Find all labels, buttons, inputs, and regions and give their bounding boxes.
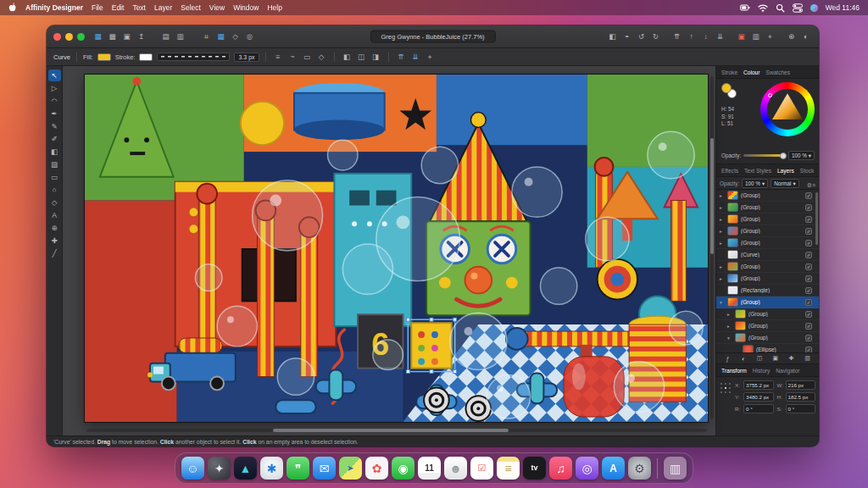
- display-mode-icon[interactable]: ◐: [799, 30, 812, 43]
- mask-icon[interactable]: ◫: [754, 354, 766, 363]
- minimize-button[interactable]: [65, 33, 73, 41]
- layer-row[interactable]: ▸ (Group) ✓: [716, 214, 819, 225]
- transform-field[interactable]: X: 3755.2 px: [735, 380, 774, 390]
- transform-field[interactable]: Y: 3480.2 px: [735, 392, 774, 402]
- canvas-area[interactable]: A: [63, 66, 715, 435]
- reminders-icon[interactable]: ☑: [470, 457, 493, 480]
- transform-field[interactable]: S: 0 °: [777, 404, 816, 413]
- layer-row[interactable]: ▸ (Group) ✓: [716, 308, 819, 320]
- layer-visibility-checkbox[interactable]: ✓: [805, 275, 812, 282]
- transparency-tool[interactable]: ▨: [48, 158, 61, 170]
- view-tool[interactable]: ✚: [48, 235, 61, 247]
- wifi-icon[interactable]: [758, 3, 768, 13]
- photos-icon[interactable]: ✿: [365, 457, 388, 480]
- adjustment-icon[interactable]: ◐: [737, 354, 750, 363]
- layers-opacity-value[interactable]: 100 %▾: [742, 179, 768, 188]
- menu-item[interactable]: View: [209, 3, 225, 12]
- rotate-ccw-icon[interactable]: ↺: [635, 30, 648, 43]
- layer-menu-icon[interactable]: ≡: [812, 182, 815, 188]
- snapping-icon[interactable]: ⌗: [200, 30, 213, 43]
- transform-field[interactable]: W: 216 px: [777, 380, 816, 390]
- window-titlebar[interactable]: ▦▩▣↥ ▤▥ ⌗▦◇◎ Greg Gwynne - BubbleJuice (…: [47, 25, 819, 48]
- document-setup-icon[interactable]: ▥: [174, 30, 186, 43]
- panel-tab[interactable]: Stock: [798, 166, 817, 175]
- move-tool[interactable]: ↖: [48, 69, 61, 81]
- battery-icon[interactable]: [740, 3, 750, 13]
- move-forward-icon[interactable]: ↑: [685, 30, 698, 43]
- calendar-icon[interactable]: 11: [418, 457, 441, 480]
- share-icon[interactable]: ↥: [135, 30, 147, 43]
- layer-row[interactable]: (Rectangle) ✓: [716, 285, 819, 297]
- transform-field-value[interactable]: 0 °: [743, 404, 774, 413]
- affinity-designer-icon[interactable]: ▲: [234, 457, 257, 480]
- layer-visibility-checkbox[interactable]: ✓: [805, 263, 812, 270]
- align-left-icon[interactable]: ◧: [341, 51, 353, 64]
- app-store-icon[interactable]: A: [602, 457, 625, 480]
- canvas-vertical-scrollbar[interactable]: [710, 76, 714, 419]
- join-style-icon[interactable]: ◇: [315, 51, 328, 64]
- layer-visibility-checkbox[interactable]: ✓: [805, 192, 812, 199]
- facetime-icon[interactable]: ◉: [392, 457, 415, 480]
- align-center-icon[interactable]: ◫: [355, 51, 368, 64]
- colour-picker-tool[interactable]: ╱: [48, 247, 61, 259]
- stroke-style-preview[interactable]: [157, 53, 230, 61]
- cap-style-icon[interactable]: ▭: [301, 51, 314, 64]
- corner-tool[interactable]: ◠: [48, 95, 61, 107]
- messages-icon[interactable]: ❞: [287, 457, 309, 480]
- control-center-icon[interactable]: [793, 3, 803, 13]
- menu-clock[interactable]: Wed 11:46: [826, 3, 860, 12]
- menu-item[interactable]: File: [92, 3, 103, 12]
- transform-field[interactable]: R: 0 °: [735, 404, 774, 413]
- place-image-icon[interactable]: ▤: [159, 30, 172, 43]
- tv-icon[interactable]: tv: [523, 457, 546, 480]
- panel-tab[interactable]: Transform: [719, 366, 749, 375]
- transform-field-value[interactable]: 3755.2 px: [743, 380, 774, 390]
- menu-item[interactable]: Text: [132, 3, 146, 12]
- layers-scrollbar[interactable]: [815, 192, 818, 245]
- node-tool[interactable]: ▷: [48, 82, 61, 94]
- layer-row[interactable]: ▸ (Group) ✓: [716, 202, 819, 214]
- group-layers-icon[interactable]: ▣: [769, 354, 782, 363]
- flip-vertical-icon[interactable]: ◓: [620, 30, 633, 43]
- text-tool[interactable]: A: [48, 209, 61, 221]
- panel-tab[interactable]: Text Styles: [742, 166, 774, 175]
- layer-visibility-checkbox[interactable]: ✓: [805, 228, 812, 235]
- menu-app-name[interactable]: Affinity Designer: [25, 3, 83, 12]
- mail-icon[interactable]: ✉: [313, 457, 336, 480]
- panel-tab[interactable]: Colour: [741, 68, 762, 77]
- ellipse-tool[interactable]: ○: [48, 184, 61, 196]
- fill-stroke-selector[interactable]: [721, 83, 738, 100]
- layer-expand-arrow[interactable]: ▸: [720, 193, 725, 198]
- rectangle-tool[interactable]: ▭: [48, 171, 61, 183]
- vector-brush-tool[interactable]: ✐: [48, 133, 61, 145]
- layer-row[interactable]: (Curve) ✓: [716, 249, 819, 261]
- order-back-icon[interactable]: ⇊: [409, 51, 422, 64]
- insert-behind-icon[interactable]: ▥: [749, 30, 762, 43]
- fill-colour-well[interactable]: [721, 83, 732, 93]
- colour-wheel[interactable]: [760, 82, 815, 136]
- siri-icon[interactable]: [810, 4, 818, 12]
- pixel-persona-icon[interactable]: ▩: [106, 30, 119, 43]
- layer-visibility-checkbox[interactable]: ✓: [805, 311, 812, 318]
- layer-expand-arrow[interactable]: ▸: [720, 264, 725, 269]
- layer-expand-arrow[interactable]: ▾: [727, 336, 732, 341]
- apple-menu-icon[interactable]: [8, 3, 17, 13]
- layer-expand-arrow[interactable]: ▸: [727, 324, 732, 329]
- auto-select-icon[interactable]: ⌖: [764, 30, 776, 43]
- zoom-tool[interactable]: ⊕: [48, 222, 61, 234]
- stroke-panel-icon[interactable]: ≡: [272, 51, 285, 64]
- trash-icon[interactable]: ▥: [664, 457, 687, 480]
- hue-selector-dot[interactable]: [768, 93, 772, 97]
- document-title[interactable]: Greg Gwynne - BubbleJuice (27.7%): [370, 30, 495, 43]
- search-icon[interactable]: [776, 3, 785, 13]
- menu-item[interactable]: Help: [267, 3, 281, 12]
- flip-horizontal-icon[interactable]: ◧: [606, 30, 619, 43]
- layer-visibility-checkbox[interactable]: ✓: [805, 287, 812, 294]
- order-front-icon[interactable]: ⇈: [395, 51, 408, 64]
- panel-tab[interactable]: Navigator: [773, 366, 802, 375]
- delete-layer-icon[interactable]: ▥: [801, 354, 814, 363]
- canvas-horizontal-scrollbar[interactable]: [86, 429, 707, 432]
- shape-tool[interactable]: ◇: [48, 197, 61, 208]
- transform-field-value[interactable]: 3480.2 px: [743, 392, 774, 402]
- layer-effects-icon[interactable]: ƒ: [721, 354, 734, 363]
